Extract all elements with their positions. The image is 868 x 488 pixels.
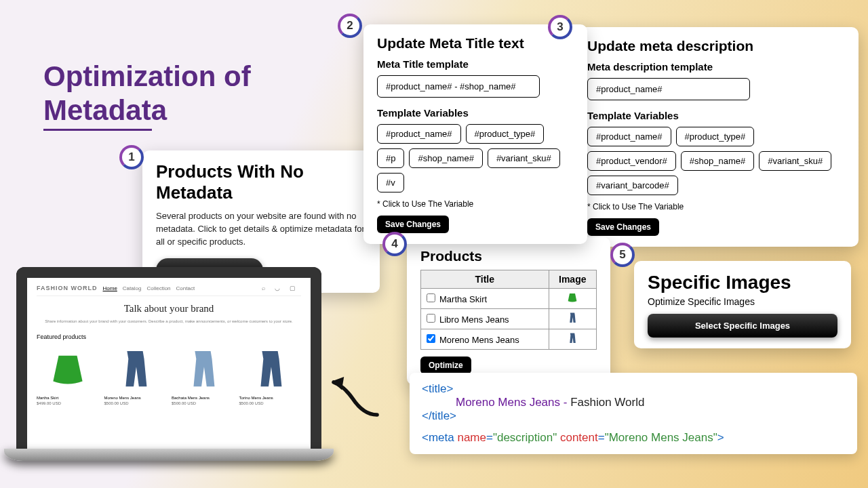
laptop-screen: FASHION WORLD Home Catalog Collection Co… [16,267,321,449]
chip-variant-sku[interactable]: #variant_sku# [488,148,560,168]
code-title-close: </title> [422,409,456,422]
jeans-icon [121,350,149,389]
nav-collection: Collection [146,285,170,291]
user-icon: ◡ [275,285,280,291]
card1-title: Products With No Metadata [156,161,366,203]
chip-product-name[interactable]: #product_name# [377,124,461,144]
chip-shop-name[interactable]: #shop_name# [409,148,482,168]
bag-icon: ▢ [290,285,296,291]
product-grid: Martha Skirt $499.00 USD Moreno Mens Jea… [37,346,301,405]
jeans-icon [568,334,576,346]
search-icon: ⌕ [262,285,265,291]
col-title: Title [421,270,549,289]
nav-icons: ⌕◡▢ [262,285,301,291]
table-row: Libro Mens Jeans [421,309,597,329]
chip-partial-1[interactable]: #p [377,148,404,168]
step-badge-2: 2 [338,14,362,38]
card5-subtitle: Optimize Specific Images [648,296,837,307]
chip-product-vendor[interactable]: #product_vendor# [587,151,676,171]
title-underline [43,129,152,131]
chip-shop-name-2[interactable]: #shop_name# [681,151,754,171]
list-item: Torino Mens Jeans $500.00 USD [239,346,302,405]
chip-product-type-2[interactable]: #product_type# [676,127,755,146]
store-headline: Talk about your brand [37,303,301,314]
step-badge-1: 1 [119,145,144,169]
card3-note: * Click to Use The Variable [587,202,845,211]
row-title-0: Martha Skirt [439,294,487,304]
card3-title: Update meta description [587,38,845,54]
products-table: Title Image Martha Skirt Libro Mens Jean… [420,270,597,350]
code-title-content-b: Fashion World [570,396,644,409]
skirt-icon [567,293,578,305]
select-specific-images-button[interactable]: Select Specific Images [648,314,837,338]
jeans-icon [256,350,283,389]
card2-note: * Click to Use The Variable [377,199,574,209]
meta-title-template-input[interactable] [377,75,540,98]
laptop-base [4,449,334,461]
card3-field-label: Meta description template [587,61,845,73]
save-changes-desc-button[interactable]: Save Changes [587,218,659,236]
card4-title: Products [420,248,597,264]
title-line-1: Optimization of [43,60,251,92]
col-image: Image [549,270,596,289]
chip-product-type[interactable]: #product_type# [466,124,545,144]
table-row: Martha Skirt [421,289,597,309]
card-meta-title: Update Meta Title text Meta Title templa… [363,24,587,244]
card3-chips: #product_name# #product_type# #product_v… [587,127,845,195]
row-checkbox-1[interactable] [427,314,435,323]
laptop-mockup: FASHION WORLD Home Catalog Collection Co… [16,267,321,461]
card2-title: Update Meta Title text [377,35,574,52]
card2-chips: #product_name# #product_type# #p #shop_n… [377,124,574,192]
step-badge-4: 4 [382,232,407,256]
card-meta-description: Update meta description Meta description… [574,27,859,247]
step-badge-5: 5 [610,243,635,267]
card-specific-images: Specific Images Optimize Specific Images… [634,261,851,348]
list-item: Bachata Mens Jeans $500.00 USD [172,346,234,405]
meta-description-template-input[interactable] [587,78,750,100]
row-title-1: Libro Mens Jeans [439,314,509,325]
nav-catalog: Catalog [123,285,142,291]
arrow-icon [324,366,392,420]
nav-home: Home [103,285,117,291]
brand-logo: FASHION WORLD [37,285,98,291]
chip-variant-barcode[interactable]: #variant_barcode# [587,176,678,195]
title-line-2: Metadata [43,94,167,126]
row-title-2: Moreno Mens Jeans [439,335,519,345]
card-products-table: Products Title Image Martha Skirt Libro … [407,237,610,385]
code-preview: <title> Moreno Mens Jeans - Fashion Worl… [410,373,857,454]
skirt-icon [50,351,86,388]
optimize-button[interactable]: Optimize [420,357,471,374]
card2-vars-label: Template Variables [377,107,574,119]
store-sub: Share information about your brand with … [37,319,301,324]
featured-label: Featured products [37,333,301,340]
save-changes-title-button[interactable]: Save Changes [377,216,449,233]
code-title-content-a: Moreno Mens Jeans - [456,396,570,409]
page-title: Optimization of Metadata [43,60,251,128]
jeans-icon [568,314,576,325]
chip-variant-sku-2[interactable]: #variant_sku# [759,151,831,171]
chip-partial-2[interactable]: #v [377,173,404,192]
row-checkbox-2[interactable] [427,334,435,343]
list-item: Martha Skirt $499.00 USD [37,346,99,405]
storefront-nav: FASHION WORLD Home Catalog Collection Co… [37,285,301,296]
card1-desc: Several products on your website are fou… [156,210,366,249]
step-badge-3: 3 [548,15,572,39]
nav-contact: Contact [176,285,195,291]
jeans-icon [189,350,216,389]
card2-field-label: Meta Title template [377,58,574,70]
chip-product-name-2[interactable]: #product_name# [587,127,671,146]
code-meta-line: <meta name="description" content="Moreno… [422,431,845,445]
code-title-open: <title> [422,382,453,395]
card3-vars-label: Template Variables [587,110,845,121]
table-row: Moreno Mens Jeans [421,329,597,350]
card5-title: Specific Images [648,272,837,293]
row-checkbox-0[interactable] [427,293,435,302]
list-item: Moreno Mens Jeans $500.00 USD [104,346,167,405]
